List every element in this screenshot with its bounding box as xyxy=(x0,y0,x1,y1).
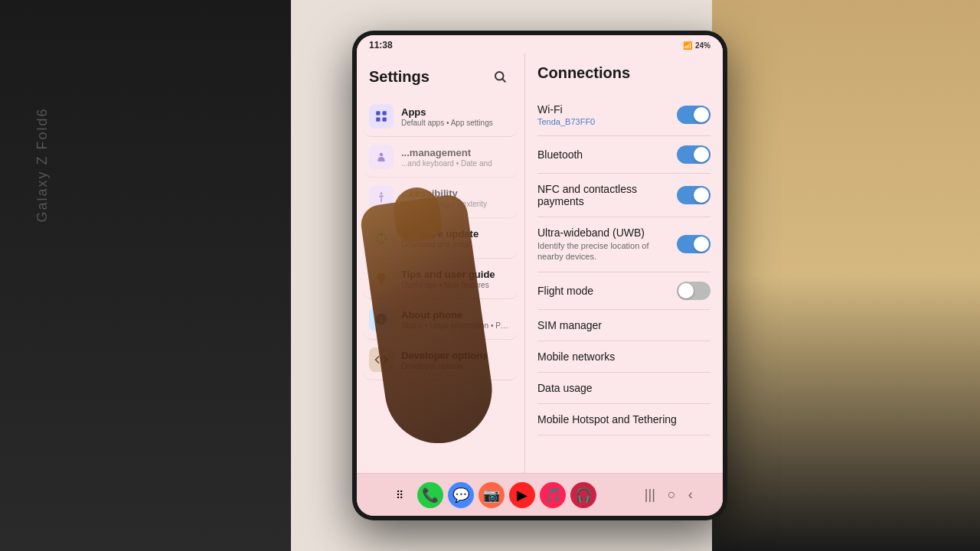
management-icon xyxy=(369,145,394,169)
svg-rect-5 xyxy=(383,118,387,122)
management-text: ...management ...and keyboard • Date and xyxy=(401,147,512,168)
nfc-info: NFC and contactless payments xyxy=(537,183,677,207)
apps-title: Apps xyxy=(401,106,512,118)
nav-messages-app[interactable]: 💬 xyxy=(448,482,474,508)
settings-header: Settings xyxy=(357,54,524,96)
wifi-toggle[interactable] xyxy=(677,106,710,124)
settings-list: Apps Default apps • App settings xyxy=(357,96,524,473)
right-panel: Connections Wi-Fi Tenda_B73FF0 xyxy=(525,54,723,473)
nav-home-btn[interactable]: ○ xyxy=(668,487,676,503)
left-panel: Settings xyxy=(357,54,525,473)
battery-icon: 24% xyxy=(695,41,710,50)
connection-item-uwb[interactable]: Ultra-wideband (UWB) Identify the precis… xyxy=(537,217,710,272)
settings-item-about[interactable]: About phone Status • Legal information •… xyxy=(363,299,518,340)
settings-item-tips[interactable]: Tips and user guide Useful tips • New fe… xyxy=(363,259,518,299)
data-usage-info: Data usage xyxy=(537,382,710,394)
nav-controls: ||| ○ ‹ xyxy=(645,487,693,503)
tips-text: Tips and user guide Useful tips • New fe… xyxy=(401,269,512,289)
nav-youtube-app[interactable]: ▶ xyxy=(509,482,535,508)
hotspot-info: Mobile Hotspot and Tethering xyxy=(537,413,710,425)
uwb-toggle-knob xyxy=(694,236,709,252)
uwb-info: Ultra-wideband (UWB) Identify the precis… xyxy=(537,227,677,262)
svg-point-6 xyxy=(380,153,384,157)
connection-item-mobile-networks[interactable]: Mobile networks xyxy=(537,341,710,373)
accessibility-subtitle: ...on • Hearing • Dexterity xyxy=(401,200,512,208)
nav-app-icons: ⠿ 📞 💬 📷 ▶ 🎵 🎧 xyxy=(387,482,596,508)
wifi-toggle-knob xyxy=(694,107,709,122)
svg-rect-8 xyxy=(380,282,384,284)
developer-subtitle: Developer options xyxy=(401,362,512,370)
settings-item-apps[interactable]: Apps Default apps • App settings xyxy=(363,96,518,137)
nav-music-app[interactable]: 🎧 xyxy=(570,482,596,508)
accessibility-text: ...cessibility ...on • Hearing • Dexteri… xyxy=(401,187,512,208)
connection-item-flight[interactable]: Flight mode xyxy=(537,272,710,310)
connection-item-sim[interactable]: SIM manager xyxy=(537,310,710,341)
svg-line-1 xyxy=(502,79,505,81)
settings-item-developer[interactable]: Developer options Developer options xyxy=(363,340,518,380)
nav-social-app[interactable]: 🎵 xyxy=(540,482,566,508)
nfc-toggle-knob xyxy=(694,187,709,203)
wifi-icon: 📶 xyxy=(683,41,692,50)
wifi-name: Wi-Fi xyxy=(537,103,677,116)
nav-camera-app[interactable]: 📷 xyxy=(479,482,505,508)
settings-item-management[interactable]: ...management ...and keyboard • Date and xyxy=(363,137,518,178)
status-time: 11:38 xyxy=(369,40,393,51)
status-icons: 📶 24% xyxy=(683,41,710,50)
hotspot-name: Mobile Hotspot and Tethering xyxy=(537,413,710,425)
flight-toggle-knob xyxy=(678,283,694,298)
management-title: ...management xyxy=(401,147,512,158)
developer-text: Developer options Developer options xyxy=(401,350,512,370)
search-button[interactable] xyxy=(488,64,512,89)
tips-title: Tips and user guide xyxy=(401,269,512,280)
settings-item-software-update[interactable]: Software update Download and install xyxy=(363,218,518,259)
uwb-toggle[interactable] xyxy=(677,235,710,253)
apps-subtitle: Default apps • App settings xyxy=(401,119,512,127)
bluetooth-toggle-knob xyxy=(694,147,709,162)
connection-item-hotspot[interactable]: Mobile Hotspot and Tethering xyxy=(537,404,710,435)
flight-info: Flight mode xyxy=(537,285,677,297)
svg-rect-2 xyxy=(376,111,380,115)
bluetooth-info: Bluetooth xyxy=(537,148,677,161)
connection-item-wifi[interactable]: Wi-Fi Tenda_B73FF0 xyxy=(537,94,710,136)
connection-item-data-usage[interactable]: Data usage xyxy=(537,373,710,404)
software-update-title: Software update xyxy=(401,228,512,240)
wifi-info: Wi-Fi Tenda_B73FF0 xyxy=(537,103,677,126)
wifi-network: Tenda_B73FF0 xyxy=(537,117,677,126)
about-text: About phone Status • Legal information •… xyxy=(401,309,512,330)
nav-recents-btn[interactable]: ||| xyxy=(645,487,655,503)
connection-item-bluetooth[interactable]: Bluetooth xyxy=(537,136,710,174)
content-area: Settings xyxy=(357,54,723,473)
bottom-nav: ⠿ 📞 💬 📷 ▶ 🎵 🎧 ||| ○ ‹ xyxy=(357,473,723,516)
accessibility-icon xyxy=(369,185,394,210)
connections-title: Connections xyxy=(537,64,710,82)
tips-subtitle: Useful tips • New features xyxy=(401,281,512,289)
settings-item-accessibility[interactable]: ...cessibility ...on • Hearing • Dexteri… xyxy=(363,178,518,218)
uwb-name: Ultra-wideband (UWB) xyxy=(537,227,677,239)
accessibility-title: ...cessibility xyxy=(401,187,512,199)
nav-back-btn[interactable]: ‹ xyxy=(688,487,693,503)
apps-icon xyxy=(369,104,394,129)
settings-title: Settings xyxy=(369,68,430,86)
nfc-toggle[interactable] xyxy=(677,186,710,204)
software-update-text: Software update Download and install xyxy=(401,228,512,249)
about-title: About phone xyxy=(401,309,512,321)
phone-screen: 11:38 📶 24% Settings xyxy=(357,35,723,516)
nfc-name: NFC and contactless payments xyxy=(537,183,677,207)
phone-frame: 11:38 📶 24% Settings xyxy=(352,31,727,520)
status-bar: 11:38 📶 24% xyxy=(357,35,723,54)
nav-apps-grid[interactable]: ⠿ xyxy=(387,482,413,508)
software-update-subtitle: Download and install xyxy=(401,240,512,249)
mobile-networks-name: Mobile networks xyxy=(537,350,710,363)
svg-point-7 xyxy=(381,192,383,194)
svg-rect-4 xyxy=(376,118,380,122)
about-icon xyxy=(369,307,394,331)
mobile-networks-info: Mobile networks xyxy=(537,350,710,363)
nav-phone-app[interactable]: 📞 xyxy=(417,482,443,508)
software-update-icon xyxy=(369,226,394,250)
developer-title: Developer options xyxy=(401,350,512,361)
bluetooth-toggle[interactable] xyxy=(677,145,710,164)
connection-item-nfc[interactable]: NFC and contactless payments xyxy=(537,174,710,217)
apps-text: Apps Default apps • App settings xyxy=(401,106,512,127)
bluetooth-name: Bluetooth xyxy=(537,148,677,161)
flight-toggle[interactable] xyxy=(677,282,710,300)
